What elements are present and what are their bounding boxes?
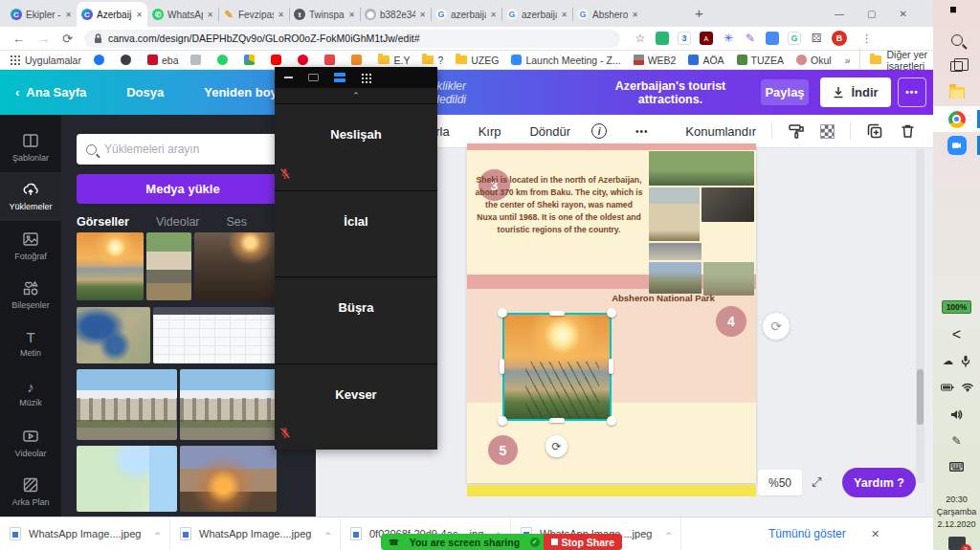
crop-button[interactable]: Kırp bbox=[479, 124, 501, 139]
sidebar-item-sablonlar[interactable]: Şablonlar bbox=[0, 122, 61, 172]
bookmark-item[interactable]: TUZEA bbox=[737, 55, 784, 66]
zoom-taskbar-button[interactable] bbox=[933, 132, 980, 159]
zoom-level[interactable]: %50 bbox=[758, 470, 802, 495]
browser-tab[interactable]: azerbaijan ✕ bbox=[501, 2, 572, 27]
upload-thumb-ruins[interactable] bbox=[77, 369, 177, 440]
forward-icon[interactable]: → bbox=[37, 32, 50, 46]
bookmark-item[interactable]: eba bbox=[147, 55, 179, 66]
battery-status[interactable]: 100% bbox=[942, 300, 972, 314]
download-menu-chevron-icon[interactable]: ^ bbox=[155, 530, 160, 539]
selection-handle-right[interactable] bbox=[609, 359, 613, 374]
section-4-title[interactable]: Absheron National Park bbox=[572, 293, 754, 303]
canvas-scrollbar[interactable] bbox=[916, 149, 924, 483]
browser-tab[interactable]: Ekipler - C ✕ bbox=[6, 2, 77, 27]
download-menu-chevron-icon[interactable]: ^ bbox=[325, 530, 330, 539]
bookmark-item[interactable]: Launch Meeting - Z... bbox=[511, 55, 620, 66]
adobe-pdf-icon[interactable]: A bbox=[700, 32, 713, 45]
download-button[interactable]: İndir bbox=[820, 77, 891, 107]
next-page-preview[interactable] bbox=[467, 485, 756, 496]
show-all-downloads[interactable]: Tümünü göster bbox=[768, 527, 846, 540]
tab-close-icon[interactable]: ✕ bbox=[348, 11, 355, 19]
zoom-extension-icon[interactable] bbox=[766, 32, 779, 45]
bookmark-item[interactable] bbox=[298, 55, 312, 65]
section-3-text[interactable]: Sheki is located in the north of Azerbai… bbox=[475, 174, 643, 236]
browser-tab[interactable]: b382e348 ✕ bbox=[360, 2, 431, 27]
taskbar-search-button[interactable] bbox=[933, 27, 980, 54]
participant-tile[interactable]: Neslişah bbox=[275, 103, 437, 190]
bookmark-item[interactable] bbox=[190, 55, 205, 65]
duplicate-icon[interactable] bbox=[866, 122, 883, 140]
download-menu-chevron-icon[interactable]: ^ bbox=[666, 530, 671, 539]
omnibox[interactable]: canva.com/design/DAEPHbZQv9o/GLoRO0oZ-Fo… bbox=[84, 30, 620, 48]
upload-thumb-ruins-2[interactable] bbox=[180, 369, 277, 440]
selection-handle-bottom[interactable] bbox=[549, 418, 565, 423]
rotate-button[interactable]: Döndür bbox=[529, 124, 570, 139]
browser-tab[interactable]: Fevzipaşa ✕ bbox=[218, 2, 289, 27]
browser-tab[interactable]: azerbaijan ✕ bbox=[431, 2, 501, 27]
tab-close-icon[interactable]: ✕ bbox=[490, 11, 497, 19]
tab-videolar[interactable]: Videolar bbox=[156, 215, 200, 229]
bookmark-item[interactable] bbox=[217, 55, 232, 65]
bookmark-item[interactable] bbox=[271, 55, 285, 65]
task-view-button[interactable] bbox=[933, 53, 980, 79]
pen-icon[interactable]: ✎ bbox=[933, 428, 980, 454]
minimize-button[interactable]: — bbox=[835, 9, 844, 19]
participant-tile[interactable]: İclal bbox=[275, 190, 437, 277]
bookmark-item[interactable] bbox=[244, 55, 258, 65]
tab-close-icon[interactable]: ✕ bbox=[65, 11, 72, 19]
tab-close-icon[interactable]: ✕ bbox=[207, 11, 213, 19]
reload-icon[interactable]: ⟳ bbox=[62, 32, 73, 46]
download-item[interactable]: WhatsApp Image....jpeg ^ bbox=[170, 517, 341, 550]
microphone-icon[interactable] bbox=[961, 355, 970, 367]
zoom-speaker-view-icon[interactable] bbox=[308, 74, 319, 81]
selected-image-sunset[interactable] bbox=[502, 313, 612, 421]
zoom-gallery-view-icon[interactable] bbox=[361, 73, 371, 83]
maximize-button[interactable]: ▢ bbox=[867, 9, 876, 19]
selection-handle-nw[interactable] bbox=[498, 308, 507, 318]
browser-tab[interactable]: WhatsAp ✕ bbox=[147, 2, 218, 27]
design-title[interactable]: Azerbaijan's tourist attractions. bbox=[591, 79, 749, 106]
upload-thumb-sunset[interactable] bbox=[77, 232, 144, 300]
taskbar-clock[interactable]: 20:30 Çarşamba 2.12.2020 bbox=[937, 494, 977, 531]
new-tab-button[interactable]: + bbox=[695, 5, 703, 21]
selection-handle-top[interactable] bbox=[549, 311, 565, 316]
info-icon[interactable]: i bbox=[591, 123, 607, 139]
file-menu[interactable]: Dosya bbox=[126, 85, 164, 99]
share-button[interactable]: Paylaş bbox=[761, 79, 809, 105]
help-button[interactable]: Yardım ? bbox=[842, 468, 916, 497]
paint-roller-icon[interactable] bbox=[788, 122, 805, 140]
sidebar-item-videolar[interactable]: Videolar bbox=[0, 418, 61, 468]
selection-handle-ne[interactable] bbox=[607, 308, 616, 318]
header-more-button[interactable]: ••• bbox=[898, 77, 926, 107]
bookmark-item[interactable]: UZEG bbox=[456, 55, 499, 66]
bookmark-item[interactable]: WEB2 bbox=[634, 55, 677, 66]
upload-thumb-map[interactable] bbox=[77, 446, 177, 512]
canvas-scrollbar-thumb[interactable] bbox=[917, 369, 924, 425]
uploads-search[interactable] bbox=[77, 134, 289, 165]
wifi-icon[interactable] bbox=[962, 383, 973, 392]
grammarly-icon[interactable]: G bbox=[788, 32, 801, 45]
download-item[interactable]: WhatsApp Image....jpeg ^ bbox=[0, 517, 170, 550]
zoom-collapse-icon[interactable]: ⌃ bbox=[275, 88, 437, 103]
sidebar-item-arkaplan[interactable]: Arka Plan bbox=[0, 468, 61, 517]
volume-icon[interactable] bbox=[933, 401, 980, 428]
bookmark-item[interactable] bbox=[324, 55, 339, 65]
bookmark-star-icon[interactable]: ☆ bbox=[634, 32, 647, 45]
selection-handle-sw[interactable] bbox=[498, 416, 507, 426]
profile-avatar[interactable]: B bbox=[832, 31, 847, 46]
sidebar-item-yuklemeler[interactable]: Yüklemeler bbox=[0, 172, 61, 222]
sidebar-item-bilesenler[interactable]: Bileşenler bbox=[0, 271, 61, 320]
home-button[interactable]: ‹ Ana Sayfa bbox=[15, 85, 86, 99]
fullscreen-icon[interactable]: ⤢ bbox=[812, 474, 821, 490]
notification-chat-icon[interactable] bbox=[948, 537, 966, 550]
selection-handle-left[interactable] bbox=[500, 359, 504, 374]
tab-close-icon[interactable]: ✕ bbox=[136, 11, 143, 19]
shuffle-style-icon[interactable]: ⟳ bbox=[762, 312, 791, 341]
onedrive-cloud-icon[interactable]: ☁ bbox=[943, 355, 953, 367]
zoom-minimize-icon[interactable] bbox=[284, 77, 293, 78]
bookmark-item[interactable]: E.Y bbox=[378, 55, 410, 66]
bookmark-item[interactable] bbox=[94, 55, 108, 65]
start-button[interactable] bbox=[933, 0, 980, 27]
section-3-photo-collage[interactable] bbox=[649, 151, 754, 278]
delete-icon[interactable] bbox=[899, 122, 916, 140]
